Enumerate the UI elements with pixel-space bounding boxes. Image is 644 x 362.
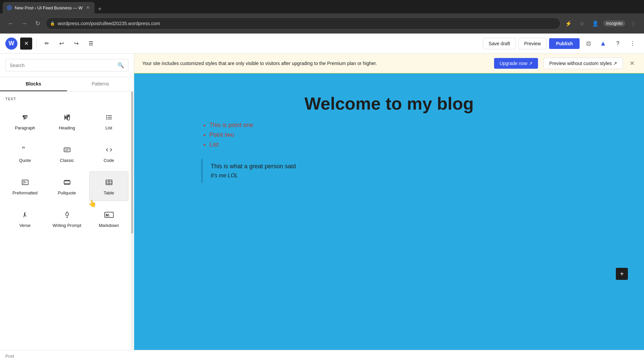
upgrade-icon-button[interactable]: ▲ (597, 38, 609, 50)
address-url: wordpress.com/post/uifeed20235.wordpress… (58, 21, 556, 26)
svg-point-7 (106, 115, 107, 116)
pullquote-label: Pullquote (58, 190, 76, 195)
sidebar-tabs: Blocks Patterns (0, 77, 134, 92)
new-tab-button[interactable]: + (95, 6, 104, 13)
tab-close-button[interactable]: ✕ (85, 5, 91, 10)
search-input[interactable] (10, 63, 115, 68)
sidebar-scrollbar[interactable] (131, 92, 133, 350)
preview-without-styles-button[interactable]: Preview without custom styles ↗ (543, 58, 623, 69)
nav-extras: ⚡ ☆ 👤 Incognito ⋮ (563, 18, 639, 29)
block-quote[interactable]: " Quote (5, 139, 45, 169)
block-writing-prompt[interactable]: Writing Prompt (47, 204, 87, 234)
editor-body: 🔍 Blocks Patterns TEXT (0, 54, 644, 350)
browser-tabs: New Post ‹ UI Feed Business — W ✕ + (0, 0, 644, 13)
classic-icon (63, 144, 71, 155)
notification-close-button[interactable]: ✕ (628, 58, 636, 68)
sidebar-search-area: 🔍 (0, 54, 134, 77)
tab-blocks[interactable]: Blocks (0, 77, 67, 91)
table-icon (105, 177, 113, 188)
close-panel-button[interactable]: ✕ (20, 38, 32, 50)
code-icon (105, 144, 113, 155)
reload-button[interactable]: ↻ (32, 18, 43, 29)
forward-button[interactable]: → (19, 18, 30, 29)
list-item-3[interactable]: List (209, 141, 577, 148)
tab-favicon (7, 5, 12, 10)
svg-rect-18 (64, 181, 70, 184)
main-content: Your site includes customized styles tha… (134, 54, 644, 350)
blockquote-cite[interactable]: It's me LOL (211, 173, 569, 179)
add-block-button[interactable]: + (616, 268, 628, 280)
lock-icon: 🔒 (50, 21, 55, 26)
classic-label: Classic (60, 158, 74, 163)
markdown-label: Markdown (99, 223, 119, 228)
options-button[interactable]: ⋮ (627, 38, 639, 50)
tab-patterns[interactable]: Patterns (67, 77, 134, 91)
sidebar: 🔍 Blocks Patterns TEXT (0, 54, 134, 350)
blog-list: This is point one Point two List (201, 122, 577, 151)
extensions-button[interactable]: ⚡ (563, 18, 574, 29)
incognito-badge: Incognito (603, 20, 625, 26)
list-icon (105, 112, 113, 123)
undo-button[interactable]: ↩ (55, 38, 67, 50)
search-icon: 🔍 (117, 62, 124, 68)
back-button[interactable]: ← (5, 18, 16, 29)
block-markdown[interactable]: M↓ Markdown (89, 204, 128, 234)
paragraph-icon: ¶ (21, 112, 29, 123)
status-bar: Post (0, 350, 644, 362)
notification-text: Your site includes customized styles tha… (142, 61, 489, 66)
more-button[interactable]: ⋮ (628, 18, 639, 29)
save-draft-button[interactable]: Save draft (483, 38, 516, 49)
section-text-label: TEXT (5, 97, 128, 101)
details-button[interactable]: ☰ (85, 38, 97, 50)
blog-title[interactable]: Welcome to my blog (201, 94, 577, 114)
publish-button[interactable]: Publish (549, 38, 580, 49)
svg-text:¶: ¶ (22, 115, 25, 120)
list-item-2[interactable]: Point two (209, 131, 577, 138)
verse-icon (21, 209, 29, 220)
heading-icon: H (63, 112, 71, 123)
block-classic[interactable]: Classic (47, 139, 87, 169)
profile-button[interactable]: 👤 (590, 18, 601, 29)
active-tab[interactable]: New Post ‹ UI Feed Business — W ✕ (3, 2, 95, 13)
svg-text:M↓: M↓ (106, 213, 111, 217)
layout-button[interactable]: ⊡ (582, 38, 594, 50)
block-list[interactable]: List (89, 106, 128, 136)
writing-prompt-icon (63, 209, 71, 220)
quote-label: Quote (19, 158, 31, 163)
block-pullquote[interactable]: Pullquote (47, 171, 87, 201)
svg-rect-11 (64, 148, 70, 152)
toolbar-separator (36, 40, 37, 48)
pullquote-icon (63, 177, 71, 188)
block-heading[interactable]: H Heading (47, 106, 87, 136)
preview-button[interactable]: Preview (519, 38, 547, 49)
preformatted-label: Preformatted (12, 190, 38, 195)
search-box[interactable]: 🔍 (5, 59, 128, 71)
list-label: List (105, 125, 112, 130)
markdown-icon: M↓ (104, 209, 114, 220)
block-preformatted[interactable]: Preformatted (5, 171, 45, 201)
table-label: Table (104, 190, 114, 195)
blockquote-text[interactable]: This is what a great person said (211, 163, 569, 170)
block-table[interactable]: Table (89, 171, 128, 201)
wp-editor: W ✕ ✏ ↩ ↪ ☰ Save draft Preview Publish ⊡… (0, 34, 644, 362)
blockquote-block: This is what a great person said It's me… (201, 159, 577, 183)
blocks-grid: ¶ Paragraph H (5, 106, 128, 234)
svg-text:": " (22, 146, 25, 154)
wp-logo[interactable]: W (5, 38, 17, 50)
block-verse[interactable]: Verse (5, 204, 45, 234)
bookmark-button[interactable]: ☆ (577, 18, 587, 29)
paragraph-label: Paragraph (15, 125, 35, 130)
edit-button[interactable]: ✏ (41, 38, 53, 50)
heading-label: Heading (59, 125, 75, 130)
upgrade-now-button[interactable]: Upgrade now ↗ (494, 58, 538, 69)
writing-prompt-label: Writing Prompt (53, 223, 82, 228)
block-code[interactable]: Code (89, 139, 128, 169)
help-button[interactable]: ? (612, 38, 624, 50)
address-bar[interactable]: 🔒 wordpress.com/post/uifeed20235.wordpre… (46, 17, 560, 29)
list-item-1[interactable]: This is point one (209, 122, 577, 129)
block-paragraph[interactable]: ¶ Paragraph (5, 106, 45, 136)
browser-nav: ← → ↻ 🔒 wordpress.com/post/uifeed20235.w… (0, 13, 644, 34)
notification-bar: Your site includes customized styles tha… (134, 54, 644, 73)
quote-icon: " (21, 144, 29, 155)
redo-button[interactable]: ↪ (70, 38, 82, 50)
